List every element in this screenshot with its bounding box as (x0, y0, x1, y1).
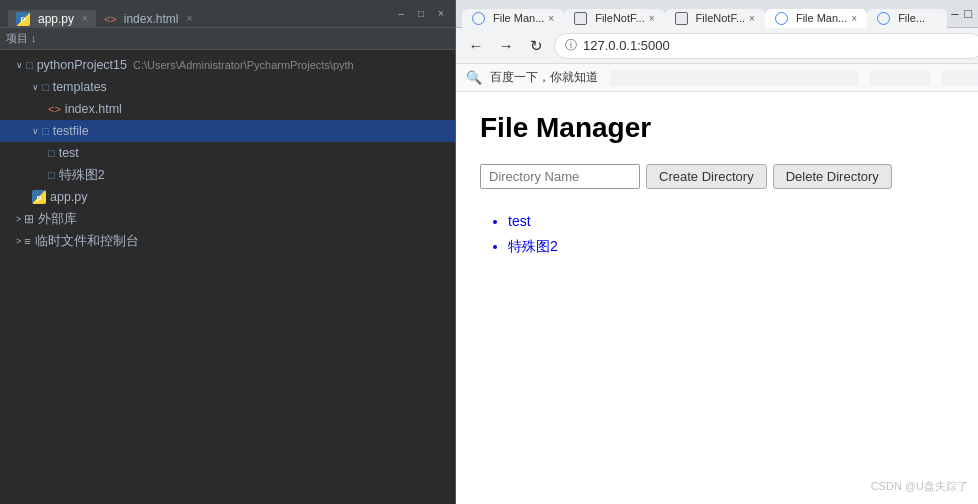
tree-item-index-html[interactable]: <> index.html (0, 98, 455, 120)
forward-button[interactable]: → (494, 34, 518, 58)
browser-tab-1-close[interactable]: × (548, 13, 554, 24)
tree-item-testfile[interactable]: ∨ □ testfile (0, 120, 455, 142)
create-directory-button[interactable]: Create Directory (646, 164, 767, 189)
browser-tab-4-label: File Man... (796, 12, 847, 24)
file-icon-3 (675, 12, 688, 25)
tree-item-test[interactable]: □ test (0, 142, 455, 164)
url-bar[interactable]: ⓘ 127.0.0.1:5000 (554, 33, 978, 59)
search-extra (870, 70, 930, 86)
ide-tab-index-html-close[interactable]: × (186, 13, 192, 24)
tree-item-templates[interactable]: ∨ □ templates (0, 76, 455, 98)
browser-window-controls: – □ × (951, 6, 978, 21)
ide-tab-index-html-label: index.html (124, 12, 179, 26)
baidu-icon: 🔍 (466, 70, 482, 85)
browser-tab-3-close[interactable]: × (749, 13, 755, 24)
browser-tab-3[interactable]: FileNotF... × (665, 9, 765, 28)
breadcrumb-text: 百度一下，你就知道 (490, 69, 598, 86)
dir-list-item-test[interactable]: test (508, 209, 968, 234)
chevron-templates: ∨ (32, 82, 39, 92)
file-icon-2 (574, 12, 587, 25)
browser-content: File Manager Create Directory Delete Dir… (456, 92, 978, 504)
ide-tab-app-py-close[interactable]: × (82, 13, 88, 24)
close-btn[interactable]: × (435, 8, 447, 20)
ide-tab-index-html[interactable]: <> index.html × (96, 10, 200, 28)
search-extra2 (942, 70, 978, 86)
page-title: File Manager (480, 112, 968, 144)
search-suggestion (610, 70, 858, 86)
browser-nav-bar: ← → ↻ ⓘ 127.0.0.1:5000 (456, 28, 978, 64)
dir-list-item-special[interactable]: 特殊图2 (508, 234, 968, 259)
browser-tab-2-label: FileNotF... (595, 12, 645, 24)
browser-tab-1-label: File Man... (493, 12, 544, 24)
browser-minimize-btn[interactable]: – (951, 6, 958, 21)
tree-item-temp[interactable]: > ≡ 临时文件和控制台 (0, 230, 455, 252)
file-tree: ∨ □ pythonProject15 C:\Users\Administrat… (0, 50, 455, 504)
url-text: 127.0.0.1:5000 (583, 38, 670, 53)
tree-label-external: 外部库 (38, 211, 77, 228)
tree-item-external-lib[interactable]: > ⊞ 外部库 (0, 208, 455, 230)
browser-tab-4-close[interactable]: × (851, 13, 857, 24)
chevron-external: > (16, 214, 21, 224)
globe-icon-1 (472, 12, 485, 25)
tree-item-special[interactable]: □ 特殊图2 (0, 164, 455, 186)
folder-icon-special: □ (48, 169, 55, 181)
ide-tabs-row: p app.py × <> index.html × (8, 0, 391, 28)
browser-tab-2[interactable]: FileNotF... × (564, 9, 664, 28)
ide-tab-app-py[interactable]: p app.py × (8, 10, 96, 28)
tree-label-special: 特殊图2 (59, 167, 105, 184)
browser-title-bar: File Man... × FileNotF... × FileNotF... … (456, 0, 978, 28)
tree-label-templates: templates (53, 80, 107, 94)
ide-panel: p app.py × <> index.html × – □ × 项目 ↓ ∨ … (0, 0, 455, 504)
project-label[interactable]: 项目 ↓ (6, 31, 37, 46)
chevron-testfile: ∨ (32, 126, 39, 136)
folder-icon-testfile: □ (42, 125, 49, 137)
reload-button[interactable]: ↻ (524, 34, 548, 58)
directory-list: test 特殊图2 (480, 209, 968, 259)
tree-label-index-html: index.html (65, 102, 122, 116)
maximize-btn[interactable]: □ (415, 8, 427, 20)
tree-label-test: test (59, 146, 79, 160)
py-icon-apppy: p (32, 190, 46, 204)
tree-item-project[interactable]: ∨ □ pythonProject15 C:\Users\Administrat… (0, 54, 455, 76)
folder-icon-project: □ (26, 59, 33, 71)
window-controls: – □ × (395, 8, 447, 20)
chevron-project: ∨ (16, 60, 23, 70)
browser-tab-2-close[interactable]: × (649, 13, 655, 24)
folder-icon-test: □ (48, 147, 55, 159)
tree-label-project: pythonProject15 (37, 58, 127, 72)
py-file-icon: p (16, 12, 30, 26)
minimize-btn[interactable]: – (395, 8, 407, 20)
browser-tab-3-label: FileNotF... (696, 12, 746, 24)
html-file-icon: <> (104, 13, 117, 25)
folder-icon-templates: □ (42, 81, 49, 93)
globe-icon-5 (877, 12, 890, 25)
browser-tab-4[interactable]: File Man... × (765, 9, 867, 28)
lock-icon: ⓘ (565, 37, 577, 54)
temp-icon: ≡ (24, 235, 30, 247)
delete-directory-button[interactable]: Delete Directory (773, 164, 892, 189)
browser-tab-1[interactable]: File Man... × (462, 9, 564, 28)
browser-tab-5[interactable]: File... (867, 9, 947, 28)
tree-label-app-py: app.py (50, 190, 88, 204)
globe-icon-4 (775, 12, 788, 25)
chevron-temp: > (16, 236, 21, 246)
tree-label-temp: 临时文件和控制台 (35, 233, 139, 250)
browser-panel: File Man... × FileNotF... × FileNotF... … (455, 0, 978, 504)
tree-path-project: C:\Users\Administrator\PycharmProjects\p… (133, 59, 354, 71)
tree-item-app-py[interactable]: p app.py (0, 186, 455, 208)
ide-title-bar: p app.py × <> index.html × – □ × (0, 0, 455, 28)
form-row: Create Directory Delete Directory (480, 164, 968, 189)
tree-label-testfile: testfile (53, 124, 89, 138)
browser-tab-5-label: File... (898, 12, 925, 24)
directory-name-input[interactable] (480, 164, 640, 189)
browser-tabs-row: File Man... × FileNotF... × FileNotF... … (462, 0, 947, 28)
ide-tab-app-py-label: app.py (38, 12, 74, 26)
breadcrumb-bar: 🔍 百度一下，你就知道 (456, 64, 978, 92)
ide-toolbar: 项目 ↓ (0, 28, 455, 50)
external-lib-icon: ⊞ (24, 212, 34, 226)
html-icon: <> (48, 103, 61, 115)
browser-maximize-btn[interactable]: □ (964, 6, 972, 21)
back-button[interactable]: ← (464, 34, 488, 58)
